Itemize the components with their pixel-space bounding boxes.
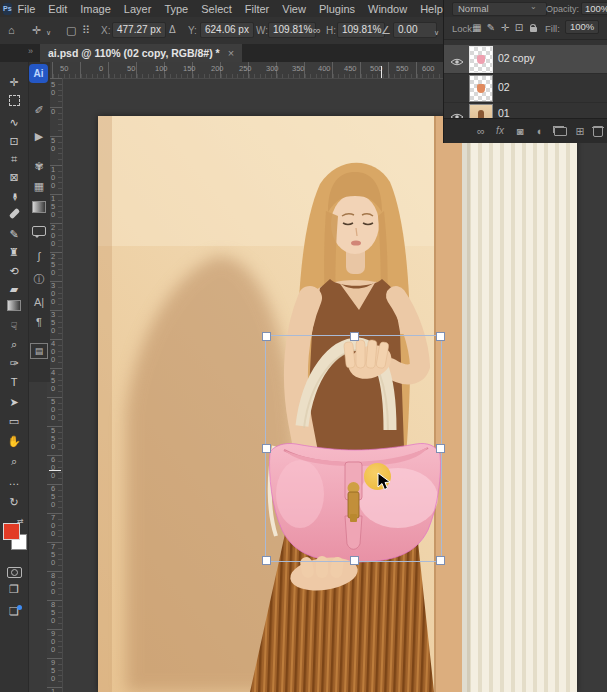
history-brush-tool[interactable]: ⟲ <box>0 264 28 280</box>
angle-field[interactable]: 0.00 <box>393 22 437 38</box>
pen-tool[interactable]: ✑ <box>0 356 28 372</box>
group-layers-button[interactable] <box>551 123 569 139</box>
transform-handle-bottom-right[interactable] <box>436 556 445 565</box>
menu-item[interactable]: Help <box>420 3 443 15</box>
object-selection-tool[interactable]: ⊡ <box>0 134 28 150</box>
layer-thumbnail[interactable] <box>469 75 493 102</box>
color-panel[interactable]: ✾ <box>28 158 50 176</box>
shape-tool[interactable]: ▭ <box>0 414 28 430</box>
menu-item[interactable]: Select <box>201 3 232 15</box>
horizontal-ruler[interactable]: 50050100150200250300350400450500550600 <box>47 62 443 79</box>
layer-effects-button[interactable]: fx <box>491 123 509 139</box>
ai-plugin-icon[interactable]: Ai <box>29 63 48 83</box>
layer-row[interactable]: 02 <box>444 74 607 103</box>
ruler-label: 0 <box>99 64 103 73</box>
y-position-field[interactable]: 624.06 px <box>200 22 254 38</box>
rotate-view-tool[interactable]: ↻ <box>0 495 28 511</box>
visibility-eye-well-empty[interactable] <box>450 82 466 94</box>
share-button[interactable]: ❏ <box>0 605 28 618</box>
clone-stamp-tool[interactable]: ♜ <box>0 245 28 261</box>
reference-point-icon[interactable]: ⠿ <box>82 23 90 37</box>
brush-panel[interactable]: ✐ <box>28 102 50 120</box>
relative-position-icon[interactable]: Δ <box>169 23 176 37</box>
actions-panel[interactable]: ▶ <box>28 128 50 146</box>
transform-handle-top-center[interactable] <box>350 332 359 341</box>
align-icon[interactable]: ▢ <box>66 23 76 37</box>
x-position-field[interactable]: 477.27 px <box>112 22 166 38</box>
paths-panel[interactable]: ʃ <box>28 248 50 266</box>
angle-chevron-icon[interactable]: ∨ <box>434 26 439 40</box>
layer-thumbnail[interactable] <box>469 46 493 73</box>
document-tab[interactable]: ai.psd @ 110% (02 copy, RGB/8#) * × <box>40 44 242 62</box>
transform-bounding-box[interactable] <box>265 335 442 562</box>
menu-item[interactable]: Type <box>164 3 188 15</box>
width-field[interactable]: 109.81% <box>268 22 316 38</box>
new-layer-button[interactable]: ⊞ <box>571 123 589 139</box>
collapse-panels-icon[interactable]: » <box>28 46 33 56</box>
transform-handle-bottom-left[interactable] <box>262 556 271 565</box>
height-field[interactable]: 109.81% <box>337 22 385 38</box>
character-panel[interactable]: A| <box>28 294 50 312</box>
layer-row[interactable]: 02 copy <box>444 45 607 74</box>
lock-transparency-icon[interactable]: ▦ <box>470 21 484 35</box>
dodge-tool[interactable]: ⌕ <box>0 337 28 353</box>
menu-item[interactable]: View <box>282 3 306 15</box>
foreground-color-swatch[interactable] <box>3 523 20 540</box>
healing-brush-tool[interactable] <box>0 208 28 224</box>
transform-handle-top-right[interactable] <box>436 332 445 341</box>
photoshop-app-icon[interactable]: Ps <box>3 3 12 15</box>
menu-item[interactable]: Plugins <box>319 3 355 15</box>
layer-mask-button[interactable]: ◙ <box>511 123 529 139</box>
delete-layer-button[interactable] <box>589 123 607 139</box>
zoom-tool[interactable]: ⌕ <box>0 454 28 470</box>
home-icon[interactable]: ⌂ <box>8 23 15 37</box>
lock-pixels-icon[interactable]: ✎ <box>484 21 498 35</box>
patterns-panel[interactable]: ▦ <box>28 178 50 196</box>
menu-item[interactable]: Layer <box>124 3 152 15</box>
menu-item[interactable]: Window <box>368 3 407 15</box>
marquee-tool[interactable] <box>0 95 28 111</box>
tool-preset-icon[interactable]: ✛ <box>32 23 41 37</box>
crop-tool[interactable]: ⌗ <box>0 152 28 168</box>
menu-item[interactable]: Edit <box>48 3 67 15</box>
more-tools[interactable]: … <box>0 474 28 490</box>
menu-item[interactable]: Image <box>80 3 111 15</box>
close-tab-icon[interactable]: × <box>228 47 234 59</box>
type-tool[interactable]: T <box>0 375 28 391</box>
mouse-cursor <box>377 472 391 491</box>
transform-handle-bottom-center[interactable] <box>350 556 359 565</box>
libraries-panel[interactable] <box>28 342 50 360</box>
paragraph-panel[interactable]: ¶ <box>28 314 50 332</box>
eyedropper-tool[interactable]: ✒ <box>6 183 22 211</box>
info-panel[interactable]: ⓘ <box>28 271 50 289</box>
quick-mask-button[interactable] <box>7 567 22 578</box>
transform-handle-middle-left[interactable] <box>262 444 271 453</box>
menu-item[interactable]: File <box>18 3 36 15</box>
tool-preset-chevron-icon[interactable]: ∨ <box>46 26 51 40</box>
brush-tool[interactable]: ✎ <box>0 227 28 243</box>
smudge-tool[interactable]: ☟ <box>0 319 28 335</box>
screen-mode-button[interactable]: ❐ <box>0 583 28 596</box>
transform-handle-middle-right[interactable] <box>436 444 445 453</box>
gradients-panel[interactable] <box>28 201 50 219</box>
opacity-field[interactable]: 100% <box>581 2 607 15</box>
menu-item[interactable]: Filter <box>245 3 269 15</box>
lock-position-icon[interactable]: ✛ <box>498 21 512 35</box>
path-select-tool[interactable]: ➤ <box>0 395 28 411</box>
adjustment-layer-button[interactable]: ◐ <box>531 123 549 139</box>
transform-handle-top-left[interactable] <box>262 332 271 341</box>
chevron-down-icon[interactable]: ⌄ <box>530 2 537 11</box>
fill-field[interactable]: 100% <box>565 20 599 34</box>
maintain-aspect-ratio-icon[interactable]: ∞ <box>313 23 321 37</box>
gradient-tool[interactable] <box>0 300 28 316</box>
eraser-tool[interactable]: ▰ <box>0 282 28 298</box>
lock-artboard-icon[interactable]: ⊡ <box>512 21 526 35</box>
comments-panel[interactable] <box>28 224 50 242</box>
lasso-tool[interactable]: ∿ <box>0 115 28 131</box>
link-layers-button[interactable]: ∞ <box>472 123 490 139</box>
lock-all-icon[interactable] <box>526 21 540 35</box>
move-tool[interactable]: ✛ <box>0 75 28 91</box>
layer-row[interactable]: 01 <box>444 103 607 118</box>
hand-tool[interactable]: ✋ <box>0 434 28 450</box>
visibility-eye-icon[interactable] <box>450 53 466 65</box>
